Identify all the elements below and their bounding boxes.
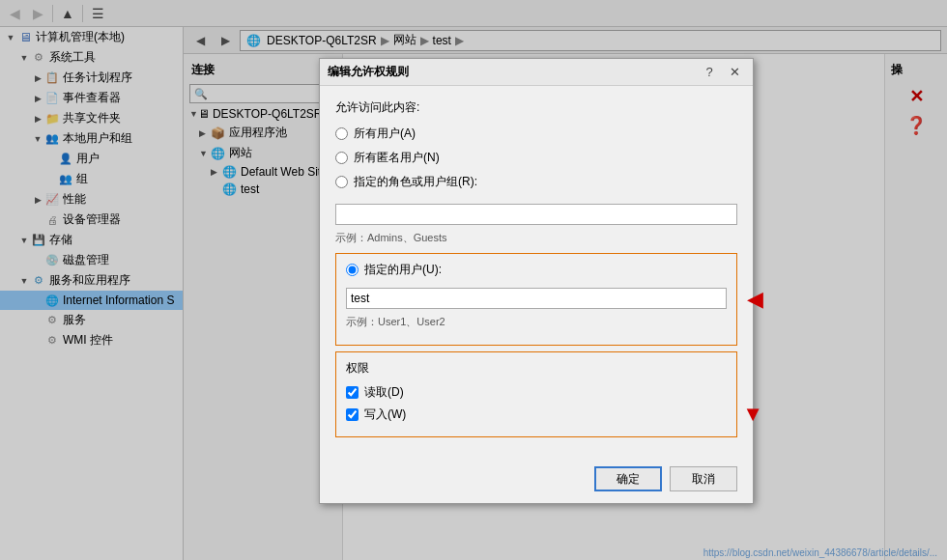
radio-anonymous-label: 所有匿名用户(N) xyxy=(354,150,440,166)
perm-read-label: 读取(D) xyxy=(364,384,404,401)
edit-permission-dialog: 编辑允许权规则 ? ✕ 允许访问此内容: 所有用户(A) 所有匿名用户(N) 指… xyxy=(319,58,754,504)
radio-specific-role-input[interactable] xyxy=(335,176,348,188)
user-input-field[interactable] xyxy=(346,288,727,309)
role-hint-text: 示例：Admins、Guests xyxy=(335,231,737,245)
dialog-controls: ? ✕ xyxy=(699,63,745,82)
radio-group-access: 所有用户(A) 所有匿名用户(N) 指定的角色或用户组(R): xyxy=(335,126,737,190)
radio-specific-role[interactable]: 指定的角色或用户组(R): xyxy=(335,174,737,190)
user-hint-text: 示例：User1、User2 xyxy=(346,315,727,329)
perm-write-checkbox[interactable] xyxy=(346,408,359,421)
radio-anonymous-input[interactable] xyxy=(335,152,348,164)
dialog-footer: 确定 取消 xyxy=(320,461,753,503)
red-arrow-perms: ▼ xyxy=(742,402,763,427)
radio-anonymous-users[interactable]: 所有匿名用户(N) xyxy=(335,150,737,166)
section-title-access: 允许访问此内容: xyxy=(335,99,737,116)
ok-button[interactable]: 确定 xyxy=(594,466,662,491)
dialog-close-button[interactable]: ✕ xyxy=(724,63,745,82)
radio-all-users-input[interactable] xyxy=(335,127,348,140)
perm-write-label: 写入(W) xyxy=(364,406,406,423)
permissions-title: 权限 xyxy=(346,360,727,377)
specific-user-section: 指定的用户(U): 示例：User1、User2 ◀ xyxy=(335,253,737,346)
role-input-field[interactable] xyxy=(335,204,737,225)
red-arrow-indicator: ◀ xyxy=(747,287,763,312)
dialog-body: 允许访问此内容: 所有用户(A) 所有匿名用户(N) 指定的角色或用户组(R):… xyxy=(320,86,753,461)
radio-all-users[interactable]: 所有用户(A) xyxy=(335,126,737,142)
perm-write-item[interactable]: 写入(W) xyxy=(346,406,727,423)
perm-read-checkbox[interactable] xyxy=(346,386,359,399)
radio-specific-role-label: 指定的角色或用户组(R): xyxy=(354,174,477,190)
perm-read-item[interactable]: 读取(D) xyxy=(346,384,727,401)
permissions-section: 权限 读取(D) 写入(W) ▼ xyxy=(335,351,737,437)
radio-all-users-label: 所有用户(A) xyxy=(354,126,416,142)
radio-specific-user[interactable]: 指定的用户(U): xyxy=(346,262,727,278)
dialog-title: 编辑允许权规则 xyxy=(328,64,409,80)
dialog-titlebar: 编辑允许权规则 ? ✕ xyxy=(320,59,753,86)
cancel-button[interactable]: 取消 xyxy=(670,466,737,491)
radio-specific-user-input[interactable] xyxy=(346,264,359,276)
dialog-help-button[interactable]: ? xyxy=(699,63,720,82)
radio-specific-user-label: 指定的用户(U): xyxy=(364,262,442,278)
